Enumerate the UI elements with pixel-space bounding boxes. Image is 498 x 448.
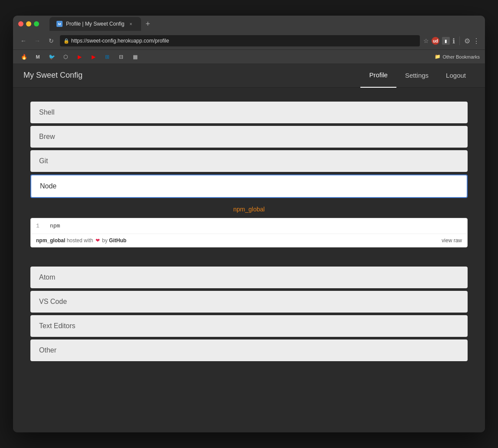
other-bookmarks[interactable]: 📁 Other Bookmarks (435, 54, 480, 59)
tab-favicon: M (56, 21, 63, 27)
section-text-editors[interactable]: Text Editors (30, 315, 468, 337)
heart-icon: ❤ (96, 237, 100, 244)
bookmark-medium[interactable]: M (32, 52, 43, 62)
stackoverflow-icon: 🔥 (21, 54, 27, 60)
section-vscode[interactable]: VS Code (30, 291, 468, 313)
tab-title: Profile | My Sweet Config (66, 21, 125, 27)
bookmark-icon-7[interactable]: ⊟ (115, 52, 127, 62)
github-icon: ⬡ (63, 54, 69, 60)
bookmark-icon-8[interactable]: ▦ (129, 52, 141, 62)
url-bar[interactable]: 🔒 https://sweet-config.herokuapp.com/pro… (60, 35, 420, 46)
line-number: 1 (36, 223, 43, 229)
section-shell[interactable]: Shell (30, 102, 468, 123)
info-icon[interactable]: ℹ (452, 37, 455, 45)
twitter-icon: 🐦 (49, 54, 55, 60)
app-logo: My Sweet Config (23, 71, 360, 80)
nav-link-logout[interactable]: Logout (437, 63, 475, 88)
maximize-traffic-light[interactable] (34, 21, 39, 26)
extension-icon-2[interactable]: ▮ (442, 37, 450, 45)
code-footer-text: hosted with (65, 237, 94, 244)
spacer (30, 256, 468, 267)
new-tab-button[interactable]: + (143, 19, 153, 29)
title-bar: M Profile | My Sweet Config × + (13, 16, 485, 32)
code-text: npm (50, 223, 60, 229)
tab-close-button[interactable]: × (128, 21, 134, 27)
bookmark-icon-7-img: ⊟ (118, 54, 124, 60)
tab-bar: M Profile | My Sweet Config × + (49, 17, 480, 31)
youtube-icon-2: ▶ (90, 54, 96, 60)
star-icon[interactable]: ☆ (423, 37, 429, 44)
bookmark-stackoverflow[interactable]: 🔥 (18, 52, 30, 62)
browser-window: M Profile | My Sweet Config × + ← → ↻ 🔒 … (13, 16, 485, 432)
bookmark-youtube-2[interactable]: ▶ (88, 52, 99, 62)
lock-icon: 🔒 (63, 38, 69, 44)
section-git[interactable]: Git (30, 150, 468, 172)
extension-icon-1[interactable]: ud (432, 37, 439, 45)
nav-link-profile[interactable]: Profile (360, 63, 396, 88)
separator (459, 36, 460, 45)
bookmarks-bar: 🔥 M 🐦 ⬡ ▶ ▶ ⊞ ⊟ ▦ 📁 Other Bookmarks (13, 49, 485, 63)
folder-icon: 📁 (435, 54, 441, 59)
traffic-lights (18, 21, 39, 26)
reload-button[interactable]: ↻ (46, 36, 56, 46)
bookmark-youtube-1[interactable]: ▶ (74, 52, 85, 62)
address-bar: ← → ↻ 🔒 https://sweet-config.herokuapp.c… (13, 32, 485, 49)
minimize-traffic-light[interactable] (26, 21, 31, 26)
section-node[interactable]: Node (30, 175, 468, 198)
section-brew[interactable]: Brew (30, 126, 468, 148)
section-other[interactable]: Other (30, 339, 468, 361)
app-nav: My Sweet Config Profile Settings Logout (13, 63, 485, 88)
other-bookmarks-label: Other Bookmarks (442, 54, 480, 59)
app-content: My Sweet Config Profile Settings Logout … (13, 63, 485, 432)
trello-icon: ⊞ (104, 54, 110, 60)
code-footer: npm_global hosted with ❤ by GitHub view … (31, 234, 467, 247)
code-footer-name: npm_global (36, 237, 65, 244)
main-area: Shell Brew Git Node npm_global 1 npm npm… (13, 88, 485, 378)
active-tab[interactable]: M Profile | My Sweet Config × (49, 17, 141, 31)
forward-button[interactable]: → (32, 36, 43, 46)
nav-links: Profile Settings Logout (360, 63, 475, 88)
view-raw-link[interactable]: view raw (442, 237, 462, 244)
extension-icon-3[interactable]: ⚙ (464, 37, 470, 45)
url-text: https://sweet-config.herokuapp.com/profi… (71, 38, 169, 44)
medium-icon: M (35, 54, 41, 60)
menu-button[interactable]: ⋮ (473, 37, 480, 45)
bookmark-twitter[interactable]: 🐦 (46, 52, 57, 62)
close-traffic-light[interactable] (18, 21, 23, 26)
bookmark-trello[interactable]: ⊞ (102, 52, 113, 62)
bookmark-github[interactable]: ⬡ (60, 52, 71, 62)
bookmark-icon-8-img: ▦ (132, 54, 138, 60)
code-block: 1 npm npm_global hosted with ❤ by GitHub… (30, 218, 468, 247)
youtube-icon-1: ▶ (76, 54, 82, 60)
code-footer-by: by (101, 237, 109, 244)
nav-link-settings[interactable]: Settings (396, 63, 437, 88)
address-actions: ☆ ud ▮ ℹ ⚙ ⋮ (423, 36, 480, 45)
code-content: 1 npm (31, 218, 467, 234)
back-button[interactable]: ← (18, 36, 29, 46)
npm-global-link[interactable]: npm_global (30, 201, 468, 218)
code-footer-source: GitHub (109, 237, 126, 244)
section-atom[interactable]: Atom (30, 267, 468, 288)
